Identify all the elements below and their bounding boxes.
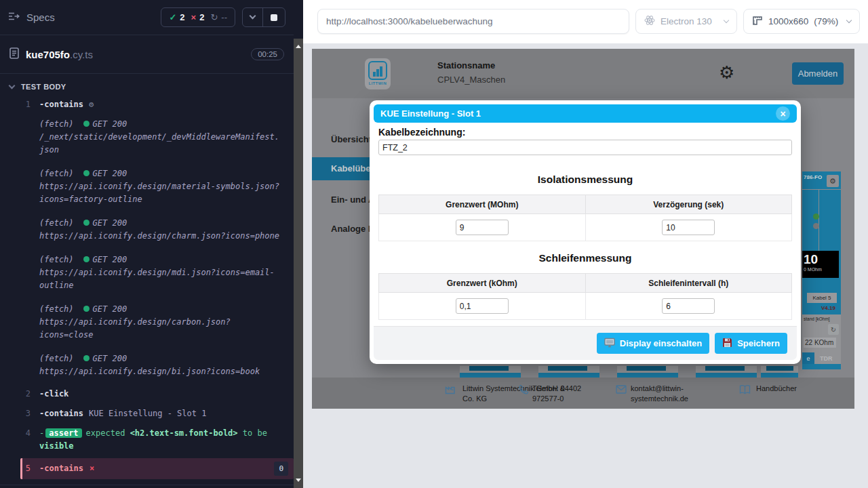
spec-row[interactable]: kue705fo.cy.ts 00:25 (0, 35, 294, 74)
kabelbezeichnung-input[interactable] (378, 140, 792, 155)
command-click[interactable]: 2 -click (0, 386, 294, 402)
vertical-scrollbar[interactable] (294, 0, 303, 488)
line-number: 1 (0, 98, 39, 111)
command-name: -contains (39, 462, 83, 475)
status-dot-icon (83, 121, 90, 127)
littwin-logo: LITTWIN (365, 58, 391, 89)
x-icon: × (191, 12, 197, 22)
line-number: 4 (0, 427, 39, 453)
app-header: LITTWIN Stationsname CPLV4_Maschen ⚙ Abm… (312, 49, 854, 98)
slot-card-fragment (460, 366, 521, 378)
retry-count-badge: 0 (274, 462, 288, 476)
kue-slot-card: 786-FO ⚙ 10 0 MOhm Kabel 5 V4.19 stand [… (802, 171, 841, 369)
scroll-up-icon[interactable] (296, 45, 301, 48)
settings-gear-icon[interactable]: ⚙ (719, 64, 734, 81)
manuals-link[interactable]: Handbücher (756, 384, 797, 394)
speichern-button[interactable]: Speichern (715, 333, 787, 354)
spec-file-icon (9, 47, 19, 62)
pending-stat: ↻-- (210, 12, 227, 22)
fetch-url: https://api.iconify.design/charm.json?ic… (39, 230, 283, 243)
schleifenmessung-table: Grenzwert (kOhm) Schleifenintervall (h) (378, 273, 792, 320)
viewport-selector[interactable]: 1000x660 (79%) (743, 9, 860, 34)
electron-icon (644, 15, 655, 28)
spec-duration-badge: 00:25 (251, 48, 284, 60)
nav-item-uebersicht[interactable]: Übersicht (331, 134, 372, 144)
slot-gear-icon[interactable]: ⚙ (827, 175, 839, 187)
status-led-green (813, 214, 819, 220)
browser-selector[interactable]: Electron 130 (635, 9, 737, 34)
ruler-icon (752, 16, 763, 28)
slot-card-title: 786-FO (804, 174, 822, 180)
stop-button[interactable] (262, 8, 285, 26)
refresh-icon[interactable]: ↻ (828, 324, 839, 335)
grenzwert-kohm-input[interactable] (456, 298, 509, 314)
book-icon (739, 384, 751, 397)
command-contains-failed[interactable]: 5 -contains × 0 (20, 458, 294, 479)
column-header: Schleifenintervall (h) (585, 274, 792, 293)
phone-icon (519, 384, 529, 397)
logout-button[interactable]: Abmelden (792, 62, 844, 85)
spec-name: kue705fo.cy.ts (26, 49, 93, 60)
command-assert[interactable]: 4 -assertexpected <h2.text-sm.font-bold>… (0, 426, 294, 454)
status-dot-icon (83, 355, 90, 361)
collapse-button[interactable] (243, 8, 262, 26)
contact-email: kontakt@littwin-systemtechnik.de (631, 384, 707, 404)
scroll-down-icon[interactable] (296, 479, 301, 482)
email-icon (616, 385, 627, 396)
close-icon[interactable]: × (776, 106, 790, 121)
test-body-section[interactable]: TEST BODY (0, 77, 294, 97)
isolationsmessung-heading: Isolationsmessung (378, 174, 792, 186)
modal-body: Kabelbezeichnung: Isolationsmessung Gren… (374, 127, 797, 320)
runner-controls (242, 7, 285, 27)
resistance-value: 22 KOhm (804, 338, 836, 348)
fetch-tag: (fetch) (39, 218, 74, 228)
line-number: 2 (0, 388, 39, 401)
url-input[interactable] (317, 9, 629, 34)
fetch-log-entry: (fetch)GET 200 https://api.iconify.desig… (0, 248, 294, 298)
command-contains-2[interactable]: 3 -containsKUE Einstellung - Slot 1 (0, 406, 294, 422)
fetch-log-entry: (fetch)GET 200 https://api.iconify.desig… (0, 298, 294, 347)
specs-label[interactable]: Specs (26, 12, 55, 23)
scrollbar-track[interactable] (294, 39, 303, 488)
slot-card-fragment (761, 366, 798, 378)
test-body-label: TEST BODY (21, 83, 66, 91)
fetch-url: https://api.iconify.design/bi.json?icons… (39, 365, 283, 378)
command-name: -contains (39, 100, 83, 109)
column-header: Grenzwert (kOhm) (379, 274, 586, 293)
status-led-grey (813, 223, 819, 229)
grenzwert-mohm-input[interactable] (456, 220, 509, 235)
fetch-tag: (fetch) (39, 354, 74, 363)
fetch-status: GET 200 (93, 304, 127, 314)
assert-selector: <h2.text-sm.font-bold> (130, 428, 238, 438)
command-name: -click (39, 389, 68, 399)
app-footer: Littwin Systemtechnik GmbH & Co. KG Tele… (312, 378, 854, 409)
browser-name: Electron 130 (660, 16, 712, 26)
card-button-fragment[interactable]: e (802, 352, 814, 365)
chevron-down-icon (846, 18, 852, 23)
status-dot-icon (83, 256, 90, 262)
fetch-log-entry: (fetch)GET 200 https://api.iconify.desig… (0, 347, 294, 384)
status-dot-icon (83, 170, 90, 176)
command-contains-1[interactable]: 1 -contains⚙ (0, 97, 294, 113)
phone-number: Telefon: 04402 972577-0 (532, 384, 604, 404)
status-dot-icon (83, 306, 90, 312)
specs-panel-icon[interactable] (8, 12, 20, 24)
fetch-url: /_next/static/development/_devMiddleware… (39, 131, 283, 157)
schleifenintervall-input[interactable] (662, 298, 715, 314)
kabelbezeichnung-label: Kabelbezeichnung: (378, 127, 792, 138)
slot-card-fragment (617, 366, 678, 378)
fetch-tag: (fetch) (39, 304, 74, 314)
slot-card-section: stand [kOhm] ↻ 22 KOhm e TDR (802, 314, 841, 369)
fetch-status: GET 200 (93, 169, 127, 178)
verzoegerung-sek-input[interactable] (662, 220, 715, 235)
fetch-tag: (fetch) (39, 119, 74, 129)
display-einschalten-button[interactable]: Display einschalten (597, 333, 709, 354)
line-number: 5 (22, 462, 39, 475)
viewport-zoom: (79%) (814, 16, 838, 26)
fetch-status: GET 200 (93, 218, 127, 228)
measurement-display: 10 0 MOhm (802, 251, 839, 278)
runner-toolbar: Electron 130 1000x660 (79%) (303, 0, 868, 43)
fetch-status: GET 200 (93, 354, 127, 363)
column-header: Verzögerung (sek) (585, 195, 792, 214)
tdr-button[interactable]: TDR (820, 355, 833, 362)
